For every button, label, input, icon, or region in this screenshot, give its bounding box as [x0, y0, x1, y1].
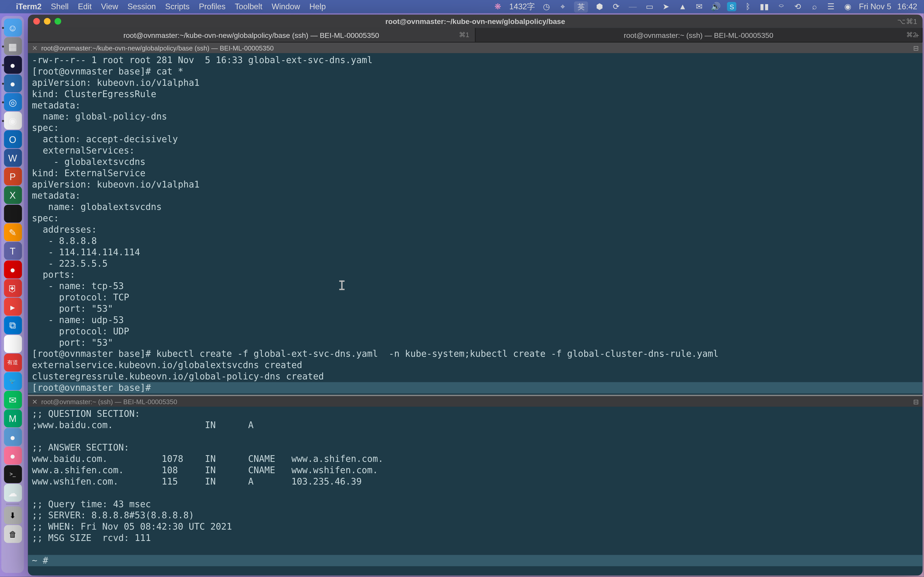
dock-bili[interactable]: ● [3, 446, 22, 465]
status-date[interactable]: Fri Nov 5 [859, 2, 892, 11]
dock-app-green2[interactable]: M [3, 409, 22, 427]
status-time[interactable]: 16:42 [897, 2, 917, 11]
window-tab-1-label: root@ovnmaster:~/kube-ovn-new/globalpoli… [123, 31, 379, 39]
dock-separator [6, 504, 19, 504]
dock-teams[interactable]: T [3, 242, 22, 260]
status-wifi-icon[interactable]: ⌔ [776, 2, 786, 11]
window-tab-2-label: root@ovnmaster:~ (ssh) — BEI-ML-00005350 [624, 31, 774, 39]
dock-text[interactable]: T [3, 335, 22, 353]
pane-top-tab-label: root@ovnmaster:~/kube-ovn-new/globalpoli… [41, 44, 274, 52]
dock-chrome[interactable]: ◉ [3, 111, 22, 130]
window-tab-2[interactable]: root@ovnmaster:~ (ssh) — BEI-ML-00005350… [475, 28, 922, 42]
window-titlebar[interactable]: root@ovnmaster:~/kube-ovn-new/globalpoli… [28, 15, 922, 28]
status-dash-icon[interactable]: — [627, 2, 638, 11]
menu-scripts[interactable]: Scripts [165, 2, 190, 11]
menu-window[interactable]: Window [272, 2, 300, 11]
pane-bottom-tab-label: root@ovnmaster:~ (ssh) — BEI-ML-00005350 [41, 398, 177, 405]
macos-menubar: iTerm2 Shell Edit View Session Scripts P… [0, 0, 924, 13]
window-tabs: root@ovnmaster:~/kube-ovn-new/globalpoli… [28, 28, 922, 42]
menu-session[interactable]: Session [128, 2, 156, 11]
window-tab-1-shortcut: ⌘1 [459, 31, 469, 39]
dock-safari[interactable]: ◎ [3, 93, 22, 111]
pane-bottom-expand-icon[interactable]: ⊟ [913, 398, 919, 405]
status-ime[interactable]: 英 [574, 1, 588, 12]
pane-top-tab[interactable]: ✕ root@ovnmaster:~/kube-ovn-new/globalpo… [28, 42, 922, 53]
pane-bottom-tab[interactable]: ✕ root@ovnmaster:~ (ssh) — BEI-ML-000053… [28, 396, 922, 407]
window-tab-1[interactable]: root@ovnmaster:~/kube-ovn-new/globalpoli… [28, 28, 475, 42]
status-volume-icon[interactable]: 🔊 [711, 2, 721, 11]
dock-app-red[interactable]: ● [3, 260, 22, 279]
menu-toolbelt[interactable]: Toolbelt [235, 2, 262, 11]
dock-wechat[interactable]: ✉ [3, 391, 22, 409]
window-minimize-button[interactable] [44, 18, 50, 25]
dock-trash[interactable]: 🗑 [3, 525, 22, 543]
pane-bottom-close-icon[interactable]: ✕ [32, 398, 37, 405]
dock-downloads[interactable]: ⬇ [3, 506, 22, 524]
window-title: root@ovnmaster:~/kube-ovn-new/globalpoli… [33, 17, 917, 25]
dock-pencil[interactable]: ✎ [3, 223, 22, 241]
menu-profiles[interactable]: Profiles [199, 2, 226, 11]
dock-app2[interactable]: ● [3, 74, 22, 92]
status-sync-icon[interactable]: ⟲ [793, 2, 803, 11]
dock: ☺▦●●◎◉OWPX ✎T●⛨▸⧉T有道🐦✉M●●>_☁⬇🗑 [1, 16, 24, 573]
status-bluetooth-icon[interactable]: ᛒ [743, 2, 753, 11]
dock-app-blue[interactable]: ● [3, 428, 22, 446]
tab-shortcut-hint: ⌥⌘1 [897, 17, 917, 26]
pane-top: ✕ root@ovnmaster:~/kube-ovn-new/globalpo… [28, 42, 922, 395]
pane-top-expand-icon[interactable]: ⊟ [913, 44, 919, 52]
pane-bottom: ✕ root@ovnmaster:~ (ssh) — BEI-ML-000053… [28, 395, 922, 576]
dock-finder[interactable]: ☺ [3, 19, 22, 37]
status-s-icon[interactable]: S [727, 2, 737, 11]
menu-help[interactable]: Help [309, 2, 326, 11]
new-tab-button[interactable]: + [915, 31, 919, 39]
iterm-window: root@ovnmaster:~/kube-ovn-new/globalpoli… [28, 15, 922, 576]
dock-anydesk[interactable]: ▸ [3, 298, 22, 316]
status-flower-icon[interactable]: ❋ [493, 2, 503, 11]
status-send-icon[interactable]: ➤ [661, 2, 671, 11]
status-siri-icon[interactable]: ◉ [842, 2, 853, 11]
window-maximize-button[interactable] [55, 18, 61, 25]
dock-outlook[interactable]: O [3, 131, 22, 148]
status-spotlight-icon[interactable]: ⌕ [809, 2, 820, 11]
menu-edit[interactable]: Edit [78, 2, 92, 11]
menu-view[interactable]: View [101, 2, 118, 11]
dock-dark-app[interactable] [3, 205, 22, 223]
dock-youdao[interactable]: 有道 [3, 354, 22, 372]
menu-shell[interactable]: Shell [51, 2, 69, 11]
status-chat-icon[interactable]: ✉ [694, 2, 704, 11]
app-menu[interactable]: iTerm2 [16, 2, 42, 11]
dock-app-cloud[interactable]: ☁ [3, 484, 22, 502]
dock-vscode[interactable]: ⧉ [3, 316, 22, 334]
status-clock-icon[interactable]: ◷ [541, 2, 551, 11]
dock-powerpoint[interactable]: P [3, 168, 22, 185]
pane-top-terminal[interactable]: -rw-r--r-- 1 root root 281 Nov 5 16:33 g… [28, 53, 922, 395]
status-control-center-icon[interactable]: ☰ [826, 2, 836, 11]
pane-bottom-output: ;; QUESTION SECTION: ;www.baidu.com. IN … [32, 408, 919, 566]
status-mic-icon[interactable]: ⌖ [558, 2, 568, 11]
window-close-button[interactable] [33, 18, 40, 25]
dock-twitter[interactable]: 🐦 [3, 372, 22, 390]
status-charcount[interactable]: 1432字 [509, 1, 535, 12]
status-battery-icon[interactable]: ▮▮ [759, 2, 770, 11]
dock-excel[interactable]: X [3, 186, 22, 204]
status-display-icon[interactable]: ▭ [644, 2, 654, 11]
dock-terminal[interactable]: >_ [3, 465, 22, 483]
dock-app1[interactable]: ● [3, 56, 22, 74]
status-hex-icon[interactable]: ⬢ [594, 2, 605, 11]
pane-top-close-icon[interactable]: ✕ [32, 44, 37, 52]
pane-bottom-terminal[interactable]: ;; QUESTION SECTION: ;www.baidu.com. IN … [28, 407, 922, 575]
status-triangle-icon[interactable]: ▲ [677, 2, 688, 11]
status-loop-icon[interactable]: ⟳ [611, 2, 621, 11]
dock-word[interactable]: W [3, 149, 22, 167]
dock-launchpad[interactable]: ▦ [3, 37, 22, 55]
pane-top-output: -rw-r--r-- 1 root root 281 Nov 5 16:33 g… [32, 55, 919, 393]
dock-shield[interactable]: ⛨ [3, 279, 22, 297]
